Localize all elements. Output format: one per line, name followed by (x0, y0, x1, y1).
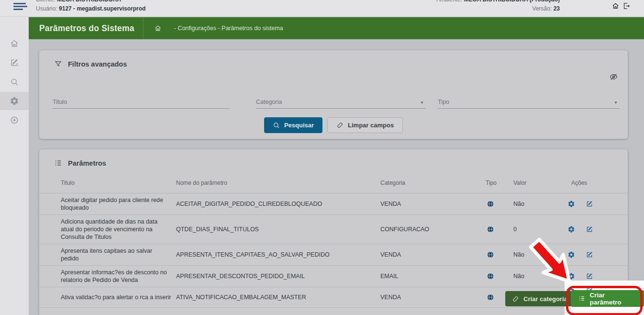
col-nome: Nome do parâmetro (176, 180, 380, 186)
parameters-table: Titulo Nome do parâmetro Categoria Tipo … (39, 180, 628, 308)
list-icon (54, 159, 62, 167)
globe-icon (487, 272, 494, 280)
sidebar-item-edit[interactable] (0, 54, 29, 72)
titulo-input[interactable]: Titulo (53, 96, 230, 109)
cell-acoes (567, 272, 628, 280)
categoria-select-label: Categoria (256, 99, 282, 105)
plus-circle-icon (10, 115, 19, 125)
eraser-icon (336, 122, 344, 129)
list-icon (578, 295, 585, 302)
cell-nome: QTDE_DIAS_FINAL_TITULOS (176, 225, 380, 233)
cell-acoes (567, 225, 628, 233)
search-button[interactable]: Pesquisar (264, 117, 322, 133)
version-info: Versão: 23 (533, 5, 560, 12)
cell-tipo (486, 272, 513, 280)
client-info: Cliente: MEGA DISTRIBUIDORA (36, 0, 121, 3)
page-title: Parâmetros do Sistema (39, 23, 134, 34)
row-edit-icon[interactable] (586, 200, 593, 208)
col-tipo: Tipo (486, 180, 513, 186)
create-parameter-button[interactable]: Criar parâmetro (571, 290, 644, 307)
cell-valor: Não (513, 251, 567, 259)
cell-valor: 0 (513, 225, 567, 233)
table-row: Apresenta itens capitaes ao salvar pedid… (39, 244, 628, 266)
sidebar-item-search[interactable] (0, 73, 29, 91)
home-icon (10, 39, 19, 48)
cell-titulo: Apresentar informac?es de desconto no re… (61, 269, 176, 284)
page-header: Parâmetros do Sistema - Configurações - … (29, 17, 644, 39)
topbar: Cliente: MEGA DISTRIBUIDORA Usuário: 912… (0, 0, 644, 17)
user-info: Usuário: 9127 - megadist.supervisorprod (36, 5, 145, 12)
row-edit-icon[interactable] (586, 225, 593, 233)
row-edit-icon[interactable] (586, 272, 593, 280)
search-icon (273, 122, 280, 129)
eraser-icon (512, 295, 519, 303)
globe-icon (487, 293, 494, 301)
cell-titulo: Ativa validac?o para alertar o rca a ins… (61, 293, 176, 301)
tipo-select-label: Tipo (438, 99, 449, 105)
tipo-select[interactable]: Tipo ▼ (438, 96, 620, 109)
table-header-row: Titulo Nome do parâmetro Categoria Tipo … (39, 180, 628, 193)
chevron-down-icon[interactable]: ▼ (420, 101, 424, 105)
filter-icon (54, 60, 62, 68)
clear-fields-button[interactable]: Limpar campos (327, 117, 403, 133)
cell-titulo: Aceitar digitar pedido para cliente rede… (61, 196, 176, 212)
table-row: Apresentar informac?es de desconto no re… (39, 266, 628, 287)
globe-icon (487, 200, 494, 208)
sidebar-item-home[interactable] (0, 34, 29, 53)
table-row: Adiciona quantidade de dias na data atua… (39, 215, 628, 244)
search-icon (10, 77, 19, 87)
cell-tipo (486, 225, 513, 233)
row-settings-icon[interactable] (567, 200, 575, 208)
col-acoes: Ações (567, 180, 628, 186)
titulo-input-label: Titulo (53, 99, 67, 105)
breadcrumb-home-icon[interactable] (154, 24, 162, 32)
cell-categoria: VENDA (380, 251, 486, 259)
cell-acoes (567, 251, 628, 259)
sidebar-item-settings[interactable] (0, 92, 29, 110)
create-category-button[interactable]: Criar categoria (505, 291, 574, 306)
row-settings-icon[interactable] (567, 272, 575, 280)
content-area: Filtros avançados Titulo Categoria ▼ Tip… (29, 39, 644, 315)
sidebar-item-add[interactable] (0, 111, 29, 129)
col-valor: Valor (513, 180, 567, 186)
environment-info: Ambiente: MEGA DISTRIBUIDORA (Produção) (436, 0, 560, 3)
parameters-card-title: Parâmetros (39, 149, 628, 167)
cell-categoria: EMAIL (380, 272, 486, 280)
header-divider (143, 17, 144, 39)
cell-titulo: Apresenta itens capitaes ao salvar pedid… (61, 247, 176, 262)
globe-icon (487, 225, 494, 233)
row-edit-icon[interactable] (586, 251, 593, 259)
breadcrumb: - Configurações - Parâmetros do sistema (154, 24, 283, 32)
hide-filters-icon[interactable] (609, 72, 618, 81)
home-icon[interactable] (611, 2, 620, 10)
cell-categoria: VENDA (380, 293, 486, 301)
cell-titulo: Adiciona quantidade de dias na data atua… (61, 218, 176, 241)
chevron-down-icon[interactable]: ▼ (614, 101, 618, 105)
cell-nome: ATIVA_NOTIFICACAO_EMBALAGEM_MASTER (176, 293, 380, 301)
col-titulo: Titulo (61, 180, 176, 186)
col-categoria: Categoria (380, 180, 486, 186)
logout-icon[interactable] (622, 2, 631, 10)
cell-nome: APRESENTA_ITENS_CAPITAES_AO_SALVAR_PEDID… (176, 251, 380, 259)
globe-icon (487, 251, 494, 259)
gear-icon (10, 96, 19, 106)
parameters-card: Parâmetros Titulo Nome do parâmetro Cate… (39, 149, 628, 315)
hamburger-menu-icon[interactable] (13, 1, 28, 11)
cell-nome: APRESENTAR_DESCONTOS_PEDIDO_EMAIL (176, 272, 380, 280)
breadcrumb-text: - Configurações - Parâmetros do sistema (174, 25, 283, 32)
cell-acoes (567, 200, 628, 208)
cell-tipo (486, 200, 513, 208)
filters-card-title: Filtros avançados (39, 50, 628, 68)
filters-card: Filtros avançados Titulo Categoria ▼ Tip… (39, 50, 628, 139)
cell-tipo (486, 251, 513, 259)
table-row: Aceitar digitar pedido para cliente rede… (39, 193, 628, 215)
cell-categoria: VENDA (380, 200, 486, 208)
sidebar (0, 16, 29, 315)
edit-icon (10, 58, 19, 68)
row-settings-icon[interactable] (567, 251, 575, 259)
cell-nome: ACEITAR_DIGITAR_PEDIDO_CLIREDEBLOQUEADO (176, 200, 380, 208)
cell-categoria: CONFIGURACAO (380, 225, 486, 233)
row-settings-icon[interactable] (567, 225, 575, 233)
categoria-select[interactable]: Categoria ▼ (256, 96, 426, 109)
cell-valor: Não (513, 272, 567, 280)
